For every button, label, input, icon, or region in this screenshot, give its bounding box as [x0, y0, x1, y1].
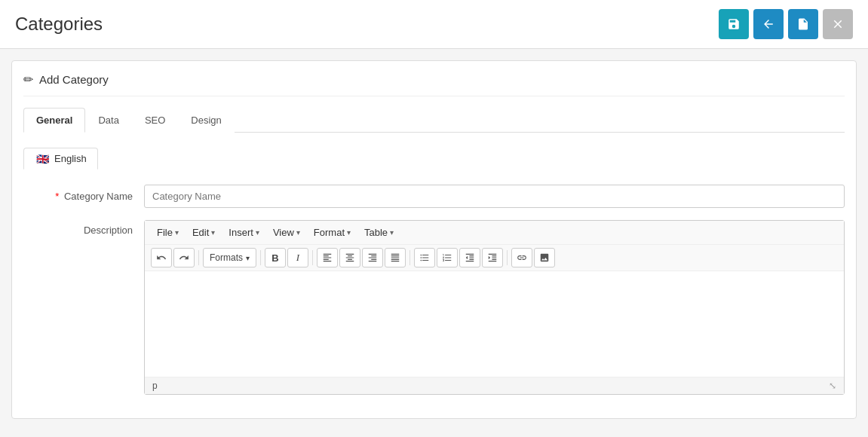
- unordered-list-button[interactable]: [414, 248, 435, 267]
- category-name-input[interactable]: [144, 185, 845, 208]
- format-menu-arrow: ▾: [347, 228, 351, 237]
- menu-insert[interactable]: Insert ▾: [222, 224, 265, 241]
- table-menu-arrow: ▾: [390, 228, 394, 237]
- bold-button[interactable]: B: [265, 248, 286, 267]
- category-name-row: * Category Name: [23, 185, 845, 208]
- lang-tab-english[interactable]: 🇬🇧 English: [23, 148, 98, 170]
- view-menu-arrow: ▾: [296, 228, 300, 237]
- align-right-button[interactable]: [362, 248, 383, 267]
- separator-3: [312, 250, 313, 265]
- editor-status-bar: p ⤡: [145, 377, 844, 394]
- editor-menubar: File ▾ Edit ▾ Insert ▾ View ▾ Format ▾: [145, 221, 844, 245]
- image-button[interactable]: [534, 248, 555, 267]
- tab-seo[interactable]: SEO: [132, 108, 178, 133]
- menu-edit[interactable]: Edit ▾: [186, 224, 221, 241]
- formats-dropdown[interactable]: Formats ▾: [203, 248, 256, 267]
- page-header: Categories: [0, 0, 868, 49]
- tab-design[interactable]: Design: [178, 108, 234, 133]
- description-row: Description File ▾ Edit ▾ Insert ▾ View: [23, 220, 845, 395]
- menu-format[interactable]: Format ▾: [308, 224, 357, 241]
- align-left-button[interactable]: [317, 248, 338, 267]
- separator-4: [409, 250, 410, 265]
- pencil-icon: ✏: [23, 72, 33, 87]
- editor-wrapper: File ▾ Edit ▾ Insert ▾ View ▾ Format ▾: [144, 220, 845, 395]
- editor-toolbar: Formats ▾ B I: [145, 245, 844, 271]
- separator-5: [507, 250, 508, 265]
- align-justify-button[interactable]: [385, 248, 406, 267]
- edit-menu-arrow: ▾: [211, 228, 215, 237]
- resize-handle-icon: ⤡: [829, 380, 836, 391]
- tab-data[interactable]: Data: [85, 108, 131, 133]
- section-title: Add Category: [39, 73, 109, 86]
- language-tabs: 🇬🇧 English: [23, 148, 845, 170]
- required-marker: *: [55, 191, 59, 202]
- outdent-button[interactable]: [459, 248, 480, 267]
- page-title: Categories: [15, 14, 103, 35]
- flag-icon: 🇬🇧: [35, 154, 50, 164]
- tab-general[interactable]: General: [23, 108, 85, 133]
- file-menu-arrow: ▾: [175, 228, 179, 237]
- link-button[interactable]: [511, 248, 532, 267]
- category-name-label: * Category Name: [23, 185, 144, 202]
- section-header: ✏ Add Category: [23, 72, 845, 96]
- menu-file[interactable]: File ▾: [151, 224, 185, 241]
- insert-menu-arrow: ▾: [256, 228, 259, 237]
- editor-body[interactable]: [145, 271, 844, 377]
- indent-button[interactable]: [482, 248, 503, 267]
- main-content: ✏ Add Category General Data SEO Design 🇬…: [11, 60, 857, 419]
- cancel-button[interactable]: [823, 9, 853, 39]
- formats-arrow-icon: ▾: [246, 254, 250, 262]
- undo-button[interactable]: [151, 248, 172, 267]
- main-tabs: General Data SEO Design: [23, 108, 845, 133]
- separator-1: [198, 250, 199, 265]
- menu-table[interactable]: Table ▾: [358, 224, 400, 241]
- editor-status-text: p: [152, 380, 158, 391]
- menu-view[interactable]: View ▾: [267, 224, 306, 241]
- save-new-button[interactable]: [788, 9, 818, 39]
- separator-2: [260, 250, 261, 265]
- save-button[interactable]: [719, 9, 749, 39]
- description-label: Description: [23, 220, 144, 236]
- redo-button[interactable]: [173, 248, 195, 267]
- ordered-list-button[interactable]: [437, 248, 458, 267]
- align-center-button[interactable]: [339, 248, 360, 267]
- lang-label: English: [54, 153, 87, 164]
- save-close-button[interactable]: [753, 9, 784, 39]
- header-actions: [719, 9, 853, 39]
- italic-button[interactable]: I: [287, 248, 308, 267]
